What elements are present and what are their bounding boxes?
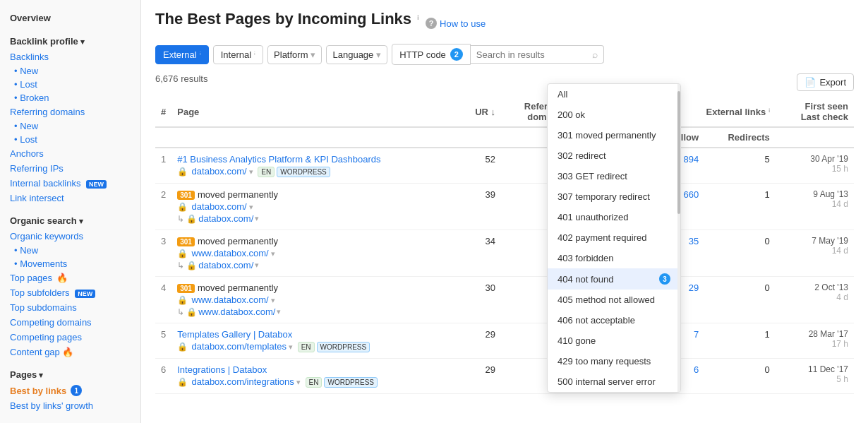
sidebar-item-best-by-links-growth[interactable]: Best by links' growth <box>0 398 140 413</box>
how-to-use-link[interactable]: ? How to use <box>426 18 486 29</box>
search-icon[interactable]: ⌕ <box>592 49 598 60</box>
dropdown-item-label: All <box>557 89 567 100</box>
page-url-link[interactable]: databox.com/ <box>192 166 247 177</box>
row-ur: 29 <box>459 359 501 394</box>
sub-arrow-chevron: ▾ <box>255 261 259 270</box>
sidebar-item-top-subfolders[interactable]: Top subfolders NEW <box>0 285 140 300</box>
filter-http-code-btn[interactable]: HTTP code 2 <box>392 44 471 65</box>
page-domain: 🔒 databox.com/templates ▾ ENWORDPRESS <box>177 341 453 352</box>
col-first-seen: First seenLast check <box>776 97 854 127</box>
page-title-link[interactable]: Integrations | Databox <box>177 364 267 375</box>
export-doc-icon: 📄 <box>804 77 816 88</box>
main-content: The Best Pages by Incoming Links ⁱ ? How… <box>141 0 868 423</box>
export-button[interactable]: 📄 Export <box>797 73 854 91</box>
dropdown-item-5[interactable]: 307 temporary redirect <box>548 186 680 207</box>
sidebar-item-lost[interactable]: Lost <box>0 78 140 91</box>
tag-wordpress: WORDPRESS <box>317 342 370 352</box>
page-title-link[interactable]: #1 Business Analytics Platform & KPI Das… <box>177 154 380 165</box>
tag-en: EN <box>258 167 275 177</box>
dropdown-item-1[interactable]: 200 ok <box>548 105 680 125</box>
results-count: 6,676 results <box>155 73 207 84</box>
sidebar-item-organic-keywords[interactable]: Organic keywords <box>0 229 140 244</box>
tag-wordpress: WORDPRESS <box>277 167 330 177</box>
sidebar-item-organic-new[interactable]: New <box>0 244 140 257</box>
external-info-icon: ⁱ <box>200 51 201 59</box>
row-ur: 30 <box>459 277 501 323</box>
dropdown-item-label: 401 unauthorized <box>557 212 628 222</box>
dropdown-item-13[interactable]: 429 too many requests <box>548 351 680 371</box>
new-badge-subfolders: NEW <box>75 290 95 298</box>
sidebar-item-referring-ips[interactable]: Referring IPs <box>0 161 140 176</box>
title-info-icon[interactable]: ⁱ <box>417 14 418 25</box>
sub-domain-row: ↳🔒databox.com/▾ <box>177 213 453 224</box>
row-dates: 30 Apr '1915 h <box>776 148 854 184</box>
filter-internal-btn[interactable]: Internal ⁱ <box>213 45 263 64</box>
domain-arrow-icon: ▾ <box>271 296 275 304</box>
dropdown-item-label: 301 moved permanently <box>557 130 656 141</box>
sidebar-item-link-intersect[interactable]: Link intersect <box>0 191 140 205</box>
row-page: #1 Business Analytics Platform & KPI Das… <box>171 148 459 184</box>
sidebar-backlink-profile[interactable]: Backlink profile <box>0 32 140 49</box>
filter-language-btn[interactable]: Language ▾ <box>326 45 387 64</box>
sidebar-item-internal-backlinks[interactable]: Internal backlinks NEW <box>0 176 140 191</box>
sidebar-item-referring-domains[interactable]: Referring domains <box>0 105 140 119</box>
sub-url-link[interactable]: www.databox.com/ <box>198 306 275 317</box>
sub-domain-row: ↳🔒databox.com/▾ <box>177 260 453 270</box>
dropdown-item-7[interactable]: 402 payment required <box>548 227 680 248</box>
sidebar-item-top-pages[interactable]: Top pages 🔥 <box>0 270 140 285</box>
sidebar-organic-search[interactable]: Organic search <box>0 211 140 229</box>
row-ur: 29 <box>459 323 501 359</box>
page-title-text: moved permanently <box>198 282 278 293</box>
page-url-link[interactable]: www.databox.com/ <box>192 248 269 258</box>
platform-chevron-icon: ▾ <box>311 49 315 60</box>
page-url-link[interactable]: databox.com/integrations <box>192 376 294 387</box>
sub-url-link[interactable]: databox.com/ <box>198 213 253 224</box>
sidebar-item-backlinks[interactable]: Backlinks <box>0 49 140 64</box>
sidebar-item-organic-movements[interactable]: Movements <box>0 257 140 270</box>
filter-platform-btn[interactable]: Platform ▾ <box>267 45 322 64</box>
redirect-badge: 301 <box>177 237 195 246</box>
page-url-link[interactable]: www.databox.com/ <box>192 294 269 305</box>
sidebar-pages[interactable]: Pages <box>0 365 140 383</box>
new-badge: NEW <box>86 180 107 189</box>
dropdown-item-2[interactable]: 301 moved permanently <box>548 125 680 145</box>
lock-icon: 🔒 <box>177 167 188 177</box>
url-arrow-icon: ▾ <box>249 167 253 176</box>
table-row: 5 Templates Gallery | Databox 🔒 databox.… <box>155 323 854 359</box>
row-page: Templates Gallery | Databox 🔒 databox.co… <box>171 323 459 359</box>
row-redirects: 0 <box>704 359 776 394</box>
sidebar-item-broken[interactable]: Broken <box>0 91 140 105</box>
sidebar-item-referring-new[interactable]: New <box>0 119 140 133</box>
sidebar-item-anchors[interactable]: Anchors <box>0 146 140 161</box>
table-row: 1 #1 Business Analytics Platform & KPI D… <box>155 148 854 184</box>
dropdown-item-0[interactable]: All <box>548 84 680 105</box>
page-url-link[interactable]: databox.com/ <box>192 201 247 212</box>
dropdown-item-9[interactable]: 404 not found3 <box>548 268 680 290</box>
table-row: 2 301moved permanently 🔒 databox.com/ ▾ … <box>155 184 854 230</box>
sidebar-item-competing-domains[interactable]: Competing domains <box>0 315 140 330</box>
dropdown-item-3[interactable]: 302 redirect <box>548 145 680 166</box>
http-code-dropdown: All200 ok301 moved permanently302 redire… <box>547 83 681 393</box>
filter-external-btn[interactable]: External ⁱ <box>155 45 209 64</box>
sidebar-overview[interactable]: Overview <box>0 8 140 26</box>
search-input[interactable] <box>476 49 589 60</box>
sidebar-item-competing-pages[interactable]: Competing pages <box>0 330 140 345</box>
sidebar-item-new[interactable]: New <box>0 64 140 78</box>
sub-domain-row: ↳🔒www.databox.com/▾ <box>177 306 453 317</box>
sidebar-item-top-subdomains[interactable]: Top subdomains <box>0 300 140 315</box>
dropdown-item-14[interactable]: 500 internal server error <box>548 371 680 392</box>
sidebar-item-content-gap[interactable]: Content gap 🔥 <box>0 345 140 359</box>
dropdown-item-12[interactable]: 410 gone <box>548 330 680 351</box>
sidebar-item-best-by-links[interactable]: Best by links 1 <box>0 383 140 398</box>
row-page: 301moved permanently 🔒 www.databox.com/ … <box>171 230 459 277</box>
page-title-text: moved permanently <box>198 189 278 200</box>
dropdown-item-11[interactable]: 406 not acceptable <box>548 310 680 330</box>
dropdown-item-6[interactable]: 401 unauthorized <box>548 207 680 227</box>
dropdown-item-10[interactable]: 405 method not allowed <box>548 290 680 310</box>
dropdown-item-8[interactable]: 403 forbidden <box>548 248 680 268</box>
sub-url-link[interactable]: databox.com/ <box>198 260 253 270</box>
dropdown-item-4[interactable]: 303 GET redirect <box>548 166 680 186</box>
page-title-link[interactable]: Templates Gallery | Databox <box>177 329 292 340</box>
sidebar-item-referring-lost[interactable]: Lost <box>0 133 140 146</box>
page-url-link[interactable]: databox.com/templates <box>192 341 287 352</box>
